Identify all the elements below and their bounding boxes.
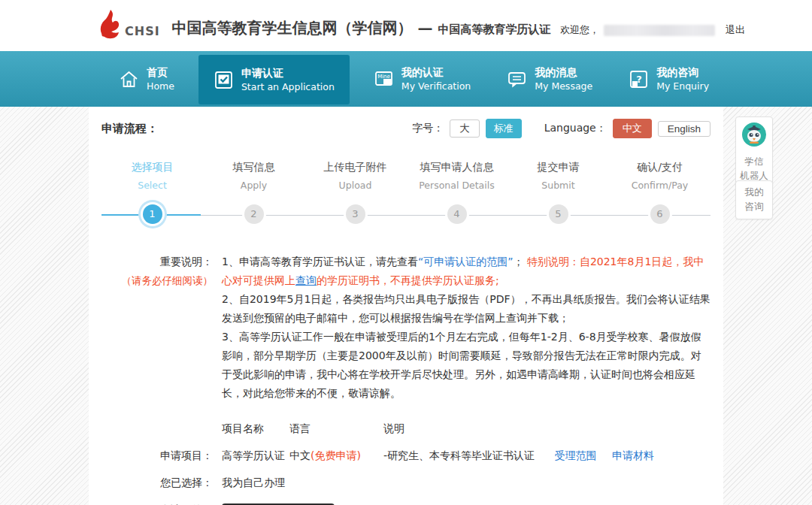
language-label: Language： xyxy=(544,122,607,135)
nav-my-verification[interactable]: Mine 我的认证 My Verification xyxy=(362,51,483,107)
project-desc: -研究生、本专科等毕业证书认证 xyxy=(383,449,535,461)
logo: CHSI 中国高等教育学生信息网（学信网） — 中国高等教育学历认证 xyxy=(95,9,551,42)
my-enquiry-widget[interactable]: 我的 咨询 xyxy=(735,180,773,219)
question-icon: ? xyxy=(629,69,649,89)
nav-start-application[interactable]: 申请认证 Start an Application xyxy=(198,55,350,104)
lang-english-button[interactable]: English xyxy=(658,121,710,137)
acceptance-scope-link[interactable]: 受理范围 xyxy=(555,449,597,461)
logo-text: CHSI xyxy=(125,24,160,38)
project-row-label: 申请项目： xyxy=(102,449,222,463)
checkbox-icon xyxy=(214,70,234,90)
nav-home[interactable]: 首页 Home xyxy=(107,51,186,107)
svg-text:?: ? xyxy=(636,74,642,85)
col-header-desc: 说明 xyxy=(383,422,404,436)
site-title: 中国高等教育学生信息网（学信网） — 中国高等教育学历认证 xyxy=(172,18,551,38)
selected-value: 我为自己办理 xyxy=(222,476,285,490)
step-confirm-pay: 确认/支付 Confirm/Pay xyxy=(609,161,710,191)
nav-my-message[interactable]: 我的消息 My Message xyxy=(495,51,604,107)
scope-of-verification-link[interactable]: “可申请认证的范围” xyxy=(418,256,514,268)
chsi-robot-widget[interactable]: 学信 机器人 xyxy=(735,116,773,188)
col-header-lang: 语言 xyxy=(289,422,383,436)
welcome-bar: 欢迎您， 退出 xyxy=(560,23,745,37)
message-icon xyxy=(507,69,527,89)
step-circle-5: 5 xyxy=(549,204,568,224)
step-personal-details: 填写申请人信息 Personal Details xyxy=(406,161,508,191)
font-size-label: 字号： xyxy=(412,122,444,135)
lang-chinese-button[interactable]: 中文 xyxy=(613,119,652,138)
site-header: CHSI 中国高等教育学生信息网（学信网） — 中国高等教育学历认证 欢迎您， … xyxy=(0,0,812,51)
project-language: 中文(免费申请) xyxy=(289,449,383,463)
step-circle-2: 2 xyxy=(244,204,264,224)
col-header-name: 项目名称 xyxy=(222,422,289,436)
font-large-button[interactable]: 大 xyxy=(450,119,480,138)
project-name: 高等学历认证 xyxy=(222,449,289,463)
selected-row: 您已选择： 我为自己办理 xyxy=(102,476,710,490)
step-apply: 填写信息 Apply xyxy=(203,161,304,191)
step-circle-3: 3 xyxy=(346,204,365,224)
free-apply-note: (免费申请) xyxy=(311,449,361,461)
svg-text:Mine: Mine xyxy=(377,73,390,79)
progress-steps: 选择项目 Select 填写信息 Apply 上传电子附件 Upload 填写申… xyxy=(102,161,710,227)
username-redacted xyxy=(604,25,715,36)
home-icon xyxy=(119,69,139,89)
note-item-1: 1、申请高等教育学历证书认证，请先查看“可申请认证的范围”； 特别说明：自202… xyxy=(222,252,710,290)
selected-label: 您已选择： xyxy=(102,476,222,490)
project-row: 申请项目： 高等学历认证 中文(免费申请) -研究生、本专科等毕业证书认证 受理… xyxy=(102,449,710,463)
note-item-3: 3、高等学历认证工作一般在申请被受理后的1个月左右完成，但每年1-2月、6-8月… xyxy=(222,328,710,403)
chsi-flame-icon xyxy=(95,9,122,42)
robot-avatar-icon xyxy=(741,122,767,147)
nav-my-enquiry[interactable]: ? 我的咨询 My Enquiry xyxy=(617,51,721,107)
step-circle-6: 6 xyxy=(650,204,670,224)
application-materials-link[interactable]: 申请材料 xyxy=(612,449,654,461)
step-submit: 提交申请 Submit xyxy=(508,161,609,191)
main-nav: 首页 Home 申请认证 Start an Application Mine 我… xyxy=(0,51,812,107)
note-item-2: 2、自2019年5月1日起，各类报告均只出具电子版报告（PDF），不再出具纸质报… xyxy=(222,290,710,328)
welcome-text: 欢迎您， xyxy=(560,23,599,37)
important-notes: 重要说明： （请务必仔细阅读） 1、申请高等教育学历证书认证，请先查看“可申请认… xyxy=(102,252,710,403)
font-standard-button[interactable]: 标准 xyxy=(486,119,522,138)
online-query-link[interactable]: 查询 xyxy=(295,274,317,286)
logout-link[interactable]: 退出 xyxy=(726,23,745,37)
robot-label: 学信 机器人 xyxy=(738,155,770,183)
display-controls: 字号： 大 标准 Language： 中文 English xyxy=(412,119,710,138)
enquiry-label: 我的 咨询 xyxy=(738,186,770,214)
notes-label-sub: （请务必仔细阅读） xyxy=(102,271,213,290)
step-circle-4: 4 xyxy=(447,204,467,224)
project-table-header: 项目名称 语言 说明 xyxy=(102,422,710,436)
step-circle-1: 1 xyxy=(143,204,162,224)
mine-icon: Mine xyxy=(374,69,394,89)
notes-label: 重要说明： xyxy=(102,252,213,271)
step-upload: 上传电子附件 Upload xyxy=(304,161,406,191)
page-title: 申请流程： xyxy=(102,122,158,136)
step-select: 选择项目 Select xyxy=(102,161,203,191)
main-content: 申请流程： 字号： 大 标准 Language： 中文 English 选择项目… xyxy=(89,107,723,505)
